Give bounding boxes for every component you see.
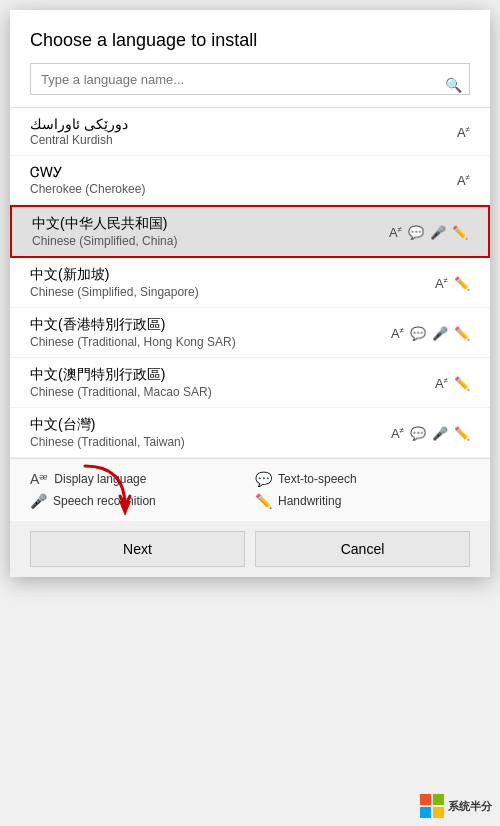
lang-name-chinese-traditional-taiwan: 中文(台灣): [30, 416, 391, 434]
language-install-dialog: Choose a language to install 🔍 دورێكی ئا…: [10, 10, 490, 577]
font-icon: A≠: [391, 326, 404, 341]
lang-name-chinese-traditional-hk: 中文(香港特別行政區): [30, 316, 391, 334]
svg-rect-4: [433, 807, 444, 818]
mic-icon: 🎤: [430, 225, 446, 240]
svg-rect-1: [420, 794, 431, 805]
mic-capability-icon: 🎤: [432, 424, 448, 442]
handwriting-icon: ✏️: [452, 225, 468, 240]
lang-name-chinese-simplified-singapore: 中文(新加坡): [30, 266, 435, 284]
footer-buttons: Next Cancel: [10, 521, 490, 577]
font-icon: A≠: [457, 125, 470, 140]
tts-icon: 💬: [255, 471, 272, 487]
legend-hw: ✏️ Handwriting: [255, 493, 470, 509]
font-capability-icon: A≠: [457, 123, 470, 141]
search-button[interactable]: 🔍: [445, 77, 462, 93]
hw-icon: ✏️: [255, 493, 272, 509]
speech-icon: 💬: [410, 326, 426, 341]
language-item-chinese-simplified-singapore[interactable]: 中文(新加坡)Chinese (Simplified, Singapore)A≠…: [10, 258, 490, 308]
lang-name-chinese-traditional-macao: 中文(澳門特別行政區): [30, 366, 435, 384]
legend-sr-label: Speech recognition: [53, 494, 156, 508]
legend-hw-label: Handwriting: [278, 494, 341, 508]
dialog-title: Choose a language to install: [10, 10, 490, 63]
font-icon: A≠: [457, 173, 470, 188]
watermark-text: 系统半分: [448, 799, 492, 814]
mic-icon: 🎤: [432, 326, 448, 341]
font-capability-icon: A≠: [435, 374, 448, 392]
language-item-chinese-simplified-china[interactable]: 中文(中华人民共和国)Chinese (Simplified, China)A≠…: [10, 205, 490, 258]
branding: 系统半分: [420, 794, 492, 818]
lang-sub-central-kurdish: Central Kurdish: [30, 133, 457, 147]
lang-name-central-kurdish: دورێكی ئاوراسك: [30, 116, 457, 132]
mic-capability-icon: 🎤: [430, 223, 446, 241]
font-icon: A≠: [391, 426, 404, 441]
handwriting-icon: ✏️: [454, 276, 470, 291]
handwriting-capability-icon: ✏️: [454, 374, 470, 392]
handwriting-capability-icon: ✏️: [454, 324, 470, 342]
lang-sub-chinese-traditional-macao: Chinese (Traditional, Macao SAR): [30, 385, 435, 399]
speech-capability-icon: 💬: [408, 223, 424, 241]
font-capability-icon: A≠: [457, 171, 470, 189]
speech-capability-icon: 💬: [410, 324, 426, 342]
legend-tts-label: Text-to-speech: [278, 472, 357, 486]
handwriting-icon: ✏️: [454, 376, 470, 391]
lang-name-chinese-simplified-china: 中文(中华人民共和国): [32, 215, 389, 233]
svg-rect-2: [433, 794, 444, 805]
mic-icon: 🎤: [432, 426, 448, 441]
lang-name-cherokee: ᏣᎳᎩ: [30, 164, 457, 181]
search-container: 🔍: [10, 63, 490, 107]
search-input[interactable]: [30, 63, 470, 95]
handwriting-capability-icon: ✏️: [452, 223, 468, 241]
svg-rect-3: [420, 807, 431, 818]
speech-icon: 💬: [410, 426, 426, 441]
language-item-central-kurdish[interactable]: دورێكی ئاوراسكCentral KurdishA≠: [10, 108, 490, 156]
font-capability-icon: A≠: [391, 424, 404, 442]
lang-sub-chinese-simplified-singapore: Chinese (Simplified, Singapore): [30, 285, 435, 299]
sr-icon: 🎤: [30, 493, 47, 509]
font-capability-icon: A≠: [391, 324, 404, 342]
language-item-chinese-traditional-hk[interactable]: 中文(香港特別行政區)Chinese (Traditional, Hong Ko…: [10, 308, 490, 358]
language-item-cherokee[interactable]: ᏣᎳᎩCherokee (Cherokee)A≠: [10, 156, 490, 205]
language-item-chinese-traditional-taiwan[interactable]: 中文(台灣)Chinese (Traditional, Taiwan)A≠💬🎤✏…: [10, 408, 490, 458]
font-icon: A≠: [435, 276, 448, 291]
handwriting-capability-icon: ✏️: [454, 274, 470, 292]
font-icon: A≠: [435, 376, 448, 391]
cancel-button[interactable]: Cancel: [255, 531, 470, 567]
speech-capability-icon: 💬: [410, 424, 426, 442]
language-list: دورێكی ئاوراسكCentral KurdishA≠ᏣᎳᎩCherok…: [10, 107, 490, 458]
legend-display: Aᵆ Display language: [30, 471, 245, 487]
lang-sub-chinese-traditional-taiwan: Chinese (Traditional, Taiwan): [30, 435, 391, 449]
handwriting-capability-icon: ✏️: [454, 424, 470, 442]
legend-section: Aᵆ Display language 💬 Text-to-speech 🎤 S…: [10, 458, 490, 521]
language-list-wrapper: دورێكی ئاوراسكCentral KurdishA≠ᏣᎳᎩCherok…: [10, 107, 490, 458]
speech-icon: 💬: [408, 225, 424, 240]
legend-display-label: Display language: [54, 472, 146, 486]
display-language-icon: Aᵆ: [30, 471, 48, 487]
font-icon: A≠: [389, 225, 402, 240]
next-button[interactable]: Next: [30, 531, 245, 567]
legend-tts: 💬 Text-to-speech: [255, 471, 470, 487]
lang-sub-chinese-simplified-china: Chinese (Simplified, China): [32, 234, 389, 248]
font-capability-icon: A≠: [389, 223, 402, 241]
handwriting-icon: ✏️: [454, 426, 470, 441]
lang-sub-cherokee: Cherokee (Cherokee): [30, 182, 457, 196]
windows-logo-icon: [420, 794, 444, 818]
lang-sub-chinese-traditional-hk: Chinese (Traditional, Hong Kong SAR): [30, 335, 391, 349]
mic-capability-icon: 🎤: [432, 324, 448, 342]
legend-sr: 🎤 Speech recognition: [30, 493, 245, 509]
handwriting-icon: ✏️: [454, 326, 470, 341]
language-item-chinese-traditional-macao[interactable]: 中文(澳門特別行政區)Chinese (Traditional, Macao S…: [10, 358, 490, 408]
font-capability-icon: A≠: [435, 274, 448, 292]
